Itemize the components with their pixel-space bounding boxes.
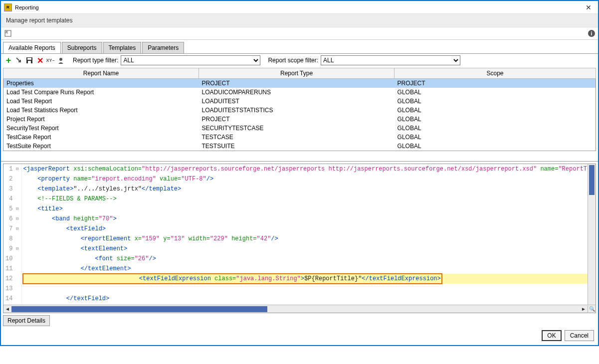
add-button[interactable]: + (4, 56, 13, 65)
scope-filter-label: Report scope filter: (268, 57, 318, 64)
reports-table[interactable]: Report Name Report Type Scope Properties… (3, 68, 596, 151)
tabs: Available Reports Subreports Templates P… (1, 40, 598, 53)
export-button[interactable] (14, 56, 23, 65)
table-row[interactable]: PropertiesPROJECTPROJECT (3, 79, 596, 88)
expand-icon[interactable] (4, 29, 12, 37)
scroll-right-icon[interactable]: ► (580, 306, 588, 313)
tab-parameters[interactable]: Parameters (142, 42, 184, 53)
table-row[interactable]: Project ReportPROJECTGLOBAL (3, 115, 596, 124)
editor-gutter: 1⊟ 2 3 4 5⊟ 6⊟ 7⊟ 8 9⊟ 10 11 12 13 14 15 (3, 164, 22, 313)
tab-subreports[interactable]: Subreports (62, 42, 102, 53)
type-filter-select[interactable]: ALL (121, 55, 260, 65)
zoom-icon[interactable]: 🔍 (588, 306, 596, 313)
col-scope[interactable]: Scope (395, 68, 596, 79)
close-button[interactable]: ✕ (582, 2, 595, 12)
scroll-left-icon[interactable]: ◄ (3, 306, 11, 313)
col-report-type[interactable]: Report Type (199, 68, 395, 79)
table-row[interactable]: SecurityTest ReportSECURITYTESTCASEGLOBA… (3, 124, 596, 133)
table-row[interactable]: Load Test Statistics ReportLOADUITESTSTA… (3, 106, 596, 115)
user-button[interactable] (56, 56, 65, 65)
editor-code[interactable]: <jasperReport xsi:schemaLocation="http:/… (22, 164, 596, 313)
col-report-name[interactable]: Report Name (3, 68, 199, 79)
report-details-button[interactable]: Report Details (3, 315, 50, 326)
ok-button[interactable]: OK (542, 330, 561, 341)
table-row[interactable]: Load Test ReportLOADUITESTGLOBAL (3, 97, 596, 106)
info-icon[interactable]: i (588, 30, 595, 37)
table-row[interactable]: TestCase ReportTESTCASEGLOBAL (3, 133, 596, 142)
type-filter-label: Report type filter: (73, 57, 118, 64)
app-icon: R (4, 3, 12, 11)
toolbar: + ✕ XY– Report type filter: ALL Report s… (1, 53, 598, 67)
xml-editor[interactable]: 1⊟ 2 3 4 5⊟ 6⊟ 7⊟ 8 9⊟ 10 11 12 13 14 15… (3, 164, 596, 313)
title-bar: R Reporting ✕ (1, 1, 598, 14)
table-row[interactable]: Load Test Compare Runs ReportLOADUICOMPA… (3, 88, 596, 97)
svg-point-4 (59, 58, 62, 61)
tab-templates[interactable]: Templates (103, 42, 142, 53)
rename-button[interactable]: XY– (46, 56, 55, 65)
table-row[interactable]: TestSuite ReportTESTSUITEGLOBAL (3, 142, 596, 151)
dialog-footer: OK Cancel (1, 328, 598, 345)
secondary-bar: i (1, 27, 598, 40)
svg-rect-2 (27, 58, 31, 60)
svg-rect-3 (28, 61, 31, 63)
save-button[interactable] (25, 56, 34, 65)
vertical-scrollbar[interactable] (588, 164, 596, 305)
subtitle: Manage report templates (1, 14, 598, 27)
cancel-button[interactable]: Cancel (565, 330, 594, 341)
delete-button[interactable]: ✕ (35, 56, 44, 65)
tab-available-reports[interactable]: Available Reports (3, 42, 61, 53)
window-title: Reporting (15, 4, 582, 10)
scope-filter-select[interactable]: ALL (321, 55, 460, 65)
horizontal-scrollbar[interactable]: ◄ ► 🔍 (3, 305, 596, 313)
